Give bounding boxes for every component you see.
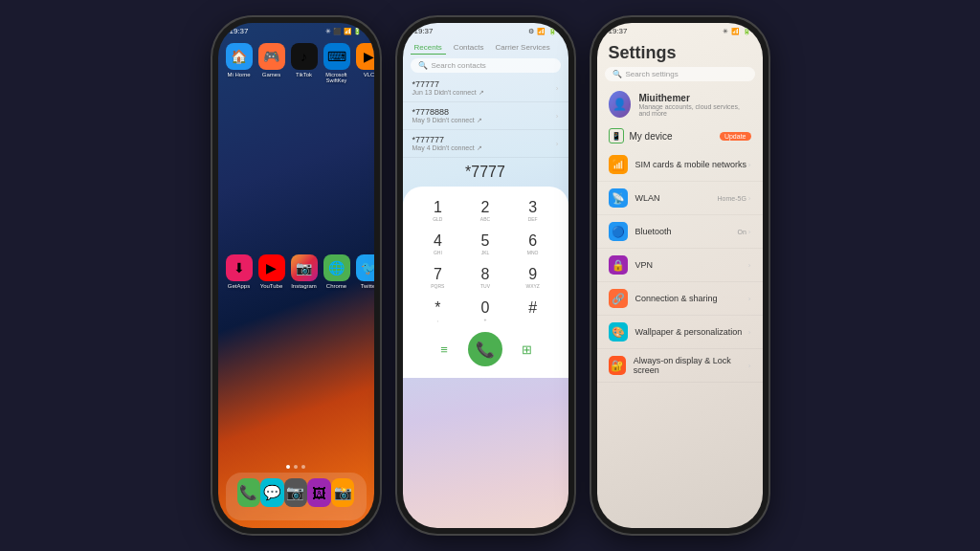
ao-right: › (748, 362, 751, 370)
dial-key-6[interactable]: 6 MNO (509, 228, 557, 261)
wlan-icon: 📡 (609, 188, 628, 208)
wallpaper-label: Wallpaper & personalization (635, 327, 743, 337)
app-vlc[interactable]: ▶ VLC (356, 43, 374, 249)
dialer-pad: 1 GLD 2 ABC 3 DEF 4 GHI (414, 194, 557, 328)
youtube-icon: ▶ (258, 254, 285, 281)
dial-letters-2: ABC (480, 216, 490, 222)
dock-camera[interactable]: 📷 (284, 478, 308, 507)
profile-name: Miuithemer (638, 93, 750, 103)
tiktok-icon: ♪ (291, 43, 318, 70)
dial-key-8[interactable]: 8 TUV (461, 261, 509, 295)
call-arrow-3: › (556, 140, 559, 148)
call-arrow-2: › (556, 112, 559, 121)
recent-call-3[interactable]: *777777 May 4 Didn't connect ↗ › (403, 130, 568, 158)
twitter-icon: 🐦 (356, 254, 374, 281)
settings-search[interactable]: 🔍 Search settings (605, 67, 755, 81)
app-getapps[interactable]: ⬇ GetApps (226, 254, 253, 455)
bluetooth-value: On (737, 229, 746, 235)
dial-letters-7: PQRS (431, 283, 444, 289)
games-label: Games (262, 72, 280, 78)
signal-icon-3: 📶 (731, 28, 740, 35)
wp-chevron: › (748, 328, 751, 337)
dock-gallery[interactable]: 🖼 (307, 478, 331, 507)
app-swiftkey[interactable]: ⌨ Microsoft SwiftKey (323, 43, 350, 249)
call-button[interactable]: 📞 (468, 332, 502, 366)
vlc-icon: ▶ (356, 43, 374, 70)
app-mi-home[interactable]: 🏠 Mi Home (226, 43, 253, 249)
call-date-2: May 9 Didn't connect ↗ (412, 117, 482, 124)
chrome-icon: 🌐 (323, 254, 350, 281)
phone-2-screen: 19:37 ⚙ 📶 🔋 Recents Contacts Carrier Ser… (403, 23, 568, 528)
contacts-icon[interactable]: ⊞ (513, 336, 540, 363)
cs-right: › (748, 295, 751, 303)
youtube-label: YouTube (260, 283, 283, 290)
dial-key-3[interactable]: 3 DEF (509, 194, 557, 228)
dial-num-hash: # (528, 300, 537, 316)
settings-item-sim[interactable]: 📶 SIM cards & mobile networks › (597, 148, 763, 182)
time-2: 19:37 (414, 27, 434, 35)
swiftkey-icon: ⌨ (323, 43, 350, 70)
tab-recents[interactable]: Recents (411, 41, 446, 55)
settings-item-wlan[interactable]: 📡 WLAN Home-5G › (597, 182, 763, 215)
recent-call-2[interactable]: *7778888 May 9 Didn't connect ↗ › (403, 102, 568, 130)
dot-3 (301, 465, 305, 469)
dial-key-0[interactable]: 0 + (461, 295, 509, 328)
settings-item-always-on[interactable]: 🔐 Always-on display & Lock screen › (597, 349, 763, 383)
recent-call-1[interactable]: *77777 Jun 13 Didn't connect ↗ › (403, 75, 568, 102)
app-twitter[interactable]: 🐦 Twitter (356, 254, 374, 455)
settings-item-wp-left: 🎨 Wallpaper & personalization (609, 322, 743, 342)
vpn-right: › (748, 261, 751, 270)
dial-num-9: 9 (528, 267, 537, 282)
tab-carrier-services[interactable]: Carrier Services (491, 41, 553, 55)
dial-num-8: 8 (481, 267, 490, 282)
settings-item-bluetooth[interactable]: 🔵 Bluetooth On › (597, 215, 763, 249)
app-games[interactable]: 🎮 Games (258, 43, 285, 249)
instagram-label: Instagram (291, 283, 317, 290)
search-icon-dialer: 🔍 (418, 61, 428, 70)
dial-letters-1: GLD (433, 216, 442, 222)
dial-key-9[interactable]: 9 WXYZ (509, 261, 557, 295)
settings-item-wallpaper[interactable]: 🎨 Wallpaper & personalization › (597, 316, 763, 349)
app-youtube[interactable]: ▶ YouTube (258, 254, 285, 455)
update-badge[interactable]: Update (720, 132, 751, 141)
games-icon: 🎮 (258, 43, 285, 70)
dial-key-5[interactable]: 5 JKL (461, 228, 509, 261)
settings-item-connection-sharing[interactable]: 🔗 Connection & sharing › (597, 282, 763, 316)
dial-key-star[interactable]: * , (414, 295, 462, 328)
dial-num-2: 2 (481, 200, 490, 215)
app-tiktok[interactable]: ♪ TikTok (291, 43, 318, 249)
dial-num-0: 0 (481, 300, 490, 316)
call-number-1: *77777 (412, 79, 484, 89)
call-date-3: May 4 Didn't connect ↗ (412, 144, 482, 152)
dial-letters-5: JKL (481, 250, 490, 255)
dock-album[interactable]: 📸 (331, 478, 355, 507)
dial-key-hash[interactable]: # (509, 295, 557, 328)
settings-item-wlan-left: 📡 WLAN (609, 188, 660, 208)
vpn-chevron: › (748, 261, 751, 270)
dial-key-1[interactable]: 1 GLD (414, 194, 462, 228)
settings-item-ao-left: 🔐 Always-on display & Lock screen (609, 356, 748, 375)
bluetooth-label: Bluetooth (635, 227, 672, 236)
settings-item-vpn[interactable]: 🔒 VPN › (597, 249, 763, 282)
app-chrome[interactable]: 🌐 Chrome (323, 254, 350, 455)
search-bar-dialer[interactable]: 🔍 Search contacts (411, 58, 561, 73)
phone-3: 19:37 ✳ 📶 🔋 Settings 🔍 Search settings 👤… (591, 17, 768, 534)
dialpad-icon[interactable]: ≡ (431, 336, 457, 363)
app-grid: 🏠 Mi Home 🎮 Games ♪ TikTok ⌨ Microsoft S… (218, 37, 374, 461)
settings-profile[interactable]: 👤 Miuithemer Manage accounts, cloud serv… (597, 85, 763, 123)
dock-messages[interactable]: 💬 (260, 478, 284, 507)
dock-phone[interactable]: 📞 (237, 478, 261, 507)
dial-key-2[interactable]: 2 ABC (461, 194, 509, 228)
app-instagram[interactable]: 📷 Instagram (291, 254, 318, 455)
time-1: 19:37 (230, 27, 249, 35)
tab-contacts[interactable]: Contacts (450, 41, 488, 55)
dial-key-7[interactable]: 7 PQRS (414, 261, 462, 295)
settings-my-device[interactable]: 📱 My device Update (597, 123, 763, 148)
wlan-right: Home-5G › (717, 194, 750, 203)
dial-key-4[interactable]: 4 GHI (414, 228, 462, 261)
vpn-icon: 🔒 (609, 255, 628, 275)
call-arrow-1: › (556, 84, 559, 93)
dial-letters-3: DEF (528, 216, 538, 222)
dialer-tabs: Recents Contacts Carrier Services (403, 37, 568, 56)
call-date-1: Jun 13 Didn't connect ↗ (412, 89, 484, 97)
